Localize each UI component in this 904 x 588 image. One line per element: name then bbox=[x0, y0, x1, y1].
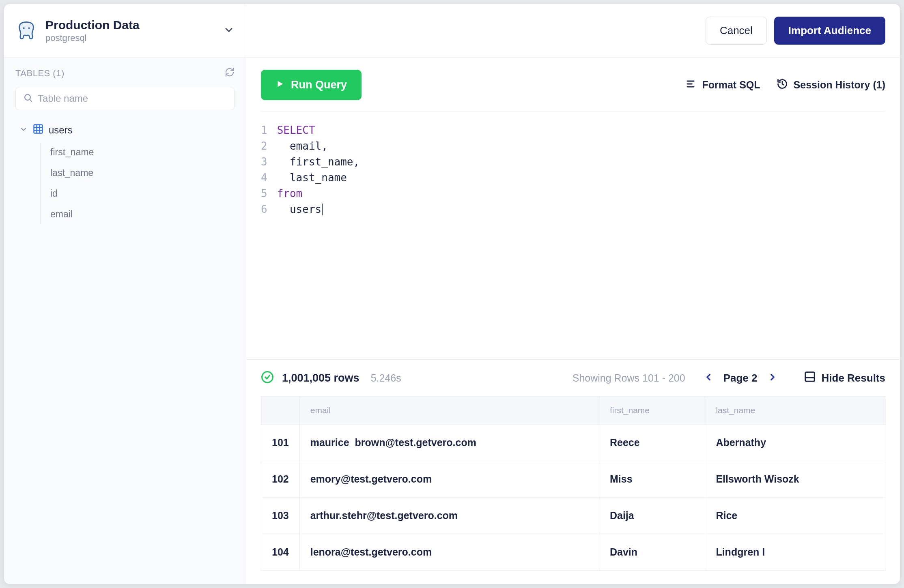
cell: Reece bbox=[599, 425, 705, 461]
main: TABLES (1) users bbox=[4, 58, 900, 584]
table-search-input[interactable] bbox=[38, 93, 227, 104]
app-window: Production Data postgresql Cancel Import… bbox=[4, 4, 900, 584]
row-number: 101 bbox=[261, 425, 300, 461]
cell: Abernathy bbox=[705, 425, 885, 461]
next-page-button[interactable] bbox=[766, 370, 779, 386]
table-search[interactable] bbox=[15, 87, 235, 110]
pager: Page 2 bbox=[702, 370, 779, 386]
svg-line-3 bbox=[30, 100, 32, 102]
column-item[interactable]: last_name bbox=[50, 163, 235, 182]
search-icon bbox=[23, 93, 33, 104]
topbar-actions: Cancel Import Audience bbox=[246, 4, 900, 57]
table-row[interactable]: 102emory@test.getvero.comMissEllsworth W… bbox=[261, 461, 885, 498]
topbar: Production Data postgresql Cancel Import… bbox=[4, 4, 900, 58]
table-row[interactable]: 103arthur.stehr@test.getvero.comDaijaRic… bbox=[261, 498, 885, 534]
import-audience-button[interactable]: Import Audience bbox=[774, 17, 885, 45]
cell: Miss bbox=[599, 461, 705, 498]
tables-header: TABLES (1) bbox=[15, 67, 235, 79]
history-icon bbox=[777, 78, 788, 92]
column-item[interactable]: id bbox=[50, 184, 235, 203]
chevron-down-icon bbox=[223, 24, 235, 37]
panel-icon bbox=[804, 371, 816, 386]
table-tree: users first_name last_name id email bbox=[15, 120, 235, 224]
row-number-header bbox=[261, 397, 300, 425]
table-row[interactable]: 101maurice_brown@test.getvero.comReeceAb… bbox=[261, 425, 885, 461]
session-history-button[interactable]: Session History (1) bbox=[777, 78, 885, 92]
cancel-button[interactable]: Cancel bbox=[706, 17, 767, 45]
database-subtitle: postgresql bbox=[45, 33, 215, 43]
format-sql-button[interactable]: Format SQL bbox=[685, 78, 760, 92]
run-query-label: Run Query bbox=[291, 79, 347, 91]
results-table: email first_name last_name 101maurice_br… bbox=[261, 396, 885, 571]
rows-range: Showing Rows 101 - 200 bbox=[573, 372, 685, 384]
cell: lenora@test.getvero.com bbox=[299, 534, 599, 571]
cell: Davin bbox=[599, 534, 705, 571]
play-icon bbox=[276, 79, 284, 91]
column-list: first_name last_name id email bbox=[40, 143, 235, 224]
cell: Lindgren I bbox=[705, 534, 885, 571]
format-icon bbox=[685, 78, 696, 92]
row-number: 102 bbox=[261, 461, 300, 498]
success-icon bbox=[261, 371, 274, 385]
column-header[interactable]: email bbox=[299, 397, 599, 425]
svg-point-1 bbox=[28, 27, 30, 29]
cell: emory@test.getvero.com bbox=[299, 461, 599, 498]
table-icon bbox=[32, 123, 44, 137]
page-label: Page 2 bbox=[723, 372, 758, 384]
row-number: 103 bbox=[261, 498, 300, 534]
row-number: 104 bbox=[261, 534, 300, 571]
table-name-label: users bbox=[49, 124, 73, 136]
query-toolbar: Run Query Format SQL Session History (1) bbox=[246, 70, 900, 112]
prev-page-button[interactable] bbox=[702, 370, 715, 386]
svg-line-14 bbox=[782, 84, 784, 85]
content: Run Query Format SQL Session History (1) bbox=[246, 58, 900, 584]
svg-rect-16 bbox=[805, 372, 814, 381]
table-node-users[interactable]: users bbox=[15, 120, 235, 140]
session-history-label: Session History (1) bbox=[794, 79, 885, 91]
database-selector[interactable]: Production Data postgresql bbox=[4, 4, 246, 57]
column-header[interactable]: first_name bbox=[599, 397, 705, 425]
database-info: Production Data postgresql bbox=[45, 18, 215, 43]
row-count: 1,001,005 rows bbox=[282, 372, 359, 384]
sidebar: TABLES (1) users bbox=[4, 58, 246, 584]
table-row[interactable]: 104lenora@test.getvero.comDavinLindgren … bbox=[261, 534, 885, 571]
format-sql-label: Format SQL bbox=[702, 79, 760, 91]
sql-editor[interactable]: 1 2 3 4 5 6 SELECT email, first_name, la… bbox=[261, 112, 885, 359]
cell: Ellsworth Wisozk bbox=[705, 461, 885, 498]
cell: maurice_brown@test.getvero.com bbox=[299, 425, 599, 461]
column-header[interactable]: last_name bbox=[705, 397, 885, 425]
tables-header-label: TABLES (1) bbox=[15, 68, 65, 79]
svg-marker-9 bbox=[278, 81, 283, 87]
cell: Rice bbox=[705, 498, 885, 534]
hide-results-button[interactable]: Hide Results bbox=[804, 371, 886, 386]
svg-rect-4 bbox=[34, 125, 43, 133]
column-item[interactable]: first_name bbox=[50, 143, 235, 162]
results-table-wrap: email first_name last_name 101maurice_br… bbox=[246, 396, 900, 584]
column-item[interactable]: email bbox=[50, 205, 235, 224]
hide-results-label: Hide Results bbox=[822, 372, 886, 384]
results-status-bar: 1,001,005 rows 5.246s Showing Rows 101 -… bbox=[246, 359, 900, 396]
run-query-button[interactable]: Run Query bbox=[261, 70, 362, 100]
postgresql-icon bbox=[15, 20, 37, 42]
query-timing: 5.246s bbox=[371, 372, 401, 384]
refresh-icon[interactable] bbox=[225, 67, 235, 79]
database-title: Production Data bbox=[45, 18, 215, 32]
cell: Daija bbox=[599, 498, 705, 534]
cell: arthur.stehr@test.getvero.com bbox=[299, 498, 599, 534]
svg-point-0 bbox=[23, 27, 24, 29]
chevron-down-icon bbox=[19, 124, 28, 136]
